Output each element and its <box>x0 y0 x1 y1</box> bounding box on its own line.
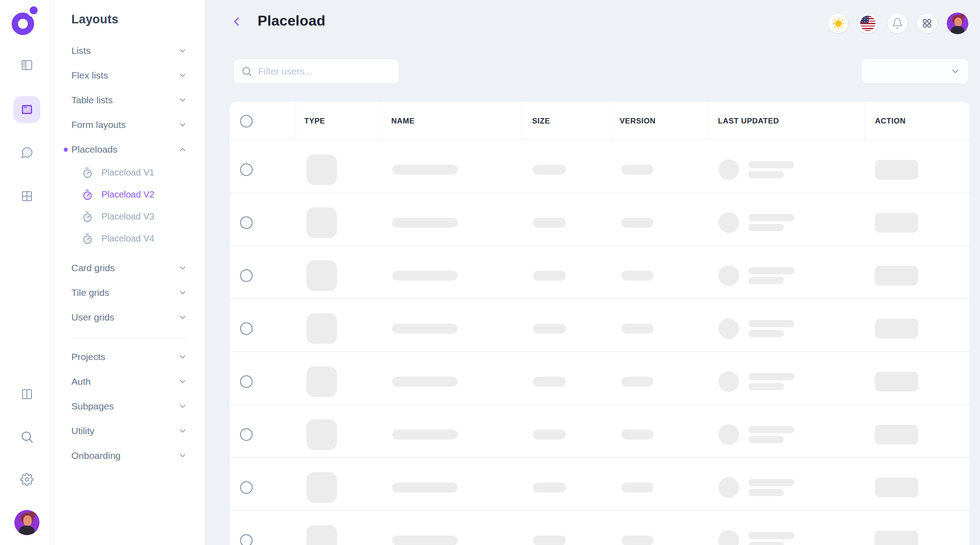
sidebar-item-placeload-v1[interactable]: Placeload V1 <box>71 162 187 184</box>
last-updated-line-skeleton <box>748 171 784 178</box>
last-updated-line-skeleton <box>748 161 794 168</box>
sidebar-item-label: Placeloads <box>71 144 118 155</box>
rail-profile-button[interactable] <box>13 509 40 536</box>
table-row <box>230 511 969 545</box>
sun-icon <box>838 23 839 24</box>
sidebar-item-label: Table lists <box>71 95 113 105</box>
search-icon <box>20 430 34 444</box>
type-skeleton <box>306 472 337 503</box>
last-updated-avatar-skeleton <box>718 159 739 180</box>
users-table: TYPE NAME SIZE VERSION LAST UPDATED ACTI… <box>230 102 969 545</box>
filter-users-input[interactable] <box>258 66 392 77</box>
sidebar-child-label: Placeload V4 <box>101 233 154 244</box>
sidebar-item-auth[interactable]: Auth <box>71 369 187 394</box>
row-select-radio[interactable] <box>240 216 253 229</box>
app-logo[interactable] <box>10 5 39 37</box>
sidebar-item-placeload-v3[interactable]: Placeload V3 <box>71 206 187 228</box>
column-header-last-updated: LAST UPDATED <box>718 102 779 140</box>
row-select-radio[interactable] <box>240 163 253 176</box>
sidebar-item-lists[interactable]: Lists <box>71 38 187 63</box>
type-skeleton <box>306 419 337 450</box>
sidebar-item-label: Onboarding <box>71 450 121 461</box>
type-skeleton <box>306 366 337 397</box>
last-updated-line-skeleton <box>748 277 784 284</box>
back-button[interactable] <box>228 13 245 30</box>
theme-toggle-button[interactable] <box>828 13 848 33</box>
select-all-radio[interactable] <box>240 115 253 127</box>
chevron-down-icon <box>178 377 187 386</box>
row-select-radio[interactable] <box>240 322 253 335</box>
sidebar-item-label: Projects <box>71 352 105 362</box>
sidebar-child-label: Placeload V2 <box>101 189 154 200</box>
row-select-radio[interactable] <box>240 481 253 494</box>
sidebar-item-placeloads[interactable]: Placeloads <box>71 137 187 162</box>
bell-icon <box>892 18 903 29</box>
logo-ring <box>12 13 34 35</box>
sidebar-item-table-lists[interactable]: Table lists <box>71 88 187 112</box>
chevron-down-icon <box>178 352 187 361</box>
sidebar-item-card-grids[interactable]: Card grids <box>71 255 187 280</box>
profile-avatar-button[interactable] <box>947 13 968 34</box>
page-title: Placeload <box>258 13 325 29</box>
size-skeleton <box>533 218 566 228</box>
row-select-radio[interactable] <box>240 534 253 545</box>
action-button-skeleton <box>875 372 918 391</box>
column-header-action: ACTION <box>875 102 906 140</box>
apps-button[interactable] <box>917 13 937 33</box>
column-header-version: VERSION <box>620 102 656 140</box>
sidebar-item-placeload-v2[interactable]: Placeload V2 <box>71 184 187 206</box>
user-avatar <box>14 510 39 535</box>
sidebar-item-tile-grids[interactable]: Tile grids <box>71 280 187 305</box>
sidebar-item-label: Form layouts <box>71 119 126 130</box>
name-skeleton <box>392 324 458 334</box>
column-separator <box>864 102 865 140</box>
size-skeleton <box>533 483 566 492</box>
active-section-dot <box>64 148 68 152</box>
row-select-radio[interactable] <box>240 269 253 282</box>
avatar-art <box>951 26 965 34</box>
sidebar-item-form-layouts[interactable]: Form layouts <box>71 112 187 137</box>
logo-dot <box>30 6 38 14</box>
row-select-radio[interactable] <box>240 375 253 388</box>
rail-columns-button[interactable] <box>13 381 40 408</box>
last-updated-avatar-skeleton <box>718 477 739 498</box>
notifications-button[interactable] <box>888 13 907 33</box>
sidebar-item-placeload-v4[interactable]: Placeload V4 <box>71 228 187 250</box>
version-skeleton <box>621 165 653 175</box>
rail-grid-button[interactable] <box>13 183 40 210</box>
sidebar-item-label: Utility <box>71 426 94 436</box>
rail-settings-button[interactable] <box>13 466 40 493</box>
last-updated-line-skeleton <box>748 330 784 337</box>
sidebar-item-label: Flex lists <box>71 70 108 81</box>
last-updated-line-skeleton <box>748 214 794 221</box>
last-updated-line-skeleton <box>748 426 794 433</box>
column-header-name: NAME <box>391 102 415 140</box>
sidebar-item-projects[interactable]: Projects <box>71 344 187 369</box>
action-button-skeleton <box>875 531 918 545</box>
chevron-left-icon <box>230 15 244 28</box>
rail-layouts-button[interactable] <box>13 96 40 123</box>
chevron-down-icon <box>178 71 187 80</box>
language-button[interactable] <box>858 13 878 33</box>
chevron-down-icon <box>178 46 187 55</box>
last-updated-avatar-skeleton <box>718 424 739 445</box>
page-size-select[interactable] <box>861 58 969 84</box>
sidebar-item-utility[interactable]: Utility <box>71 418 187 443</box>
rail-messages-button[interactable] <box>13 139 40 166</box>
avatar-art <box>19 526 35 535</box>
table-header-row: TYPE NAME SIZE VERSION LAST UPDATED ACTI… <box>230 102 969 140</box>
sidebar-item-user-grids[interactable]: User grids <box>71 305 187 330</box>
type-skeleton <box>306 525 337 545</box>
rail-panels-button[interactable] <box>13 52 40 79</box>
column-separator <box>522 102 522 140</box>
sidebar-item-flex-lists[interactable]: Flex lists <box>71 63 187 88</box>
sidebar-item-subpages[interactable]: Subpages <box>71 394 187 418</box>
chat-bubble-icon <box>20 146 34 159</box>
sidebar-item-onboarding[interactable]: Onboarding <box>71 443 187 468</box>
last-updated-line-skeleton <box>748 542 784 545</box>
table-row <box>230 352 969 405</box>
rail-search-button[interactable] <box>13 423 40 450</box>
sidebar-item-label: Card grids <box>71 263 115 273</box>
row-select-radio[interactable] <box>240 428 253 441</box>
header-actions <box>828 13 968 34</box>
